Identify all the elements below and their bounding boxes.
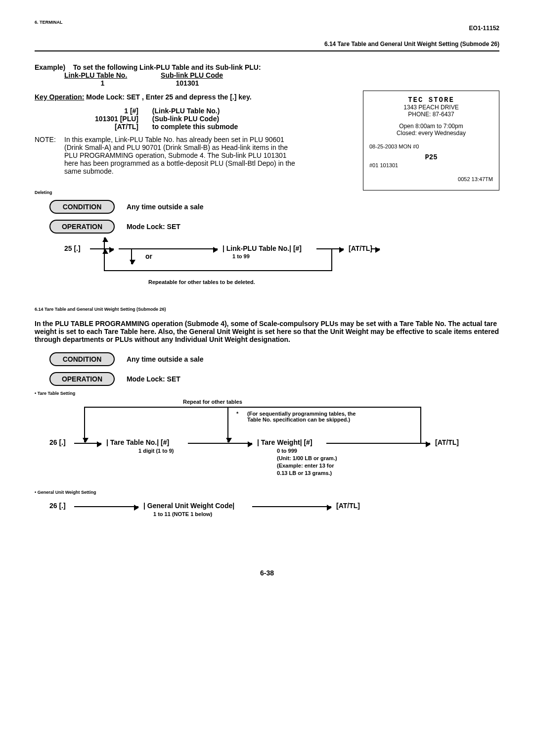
operation-pill-2: OPERATION (49, 372, 115, 386)
example-col2-val: 101301 (143, 79, 232, 87)
header-rule (35, 50, 499, 51)
guw-item: | General Unit Weight Code| (143, 502, 234, 510)
tare-wt-d2: (Unit: 1/00 LB or gram.) (277, 455, 337, 461)
note-label: NOTE: (35, 136, 64, 175)
condition-pill: CONDITION (49, 200, 115, 214)
tare-wt-d1: 0 to 999 (277, 448, 297, 454)
section-subheader: 6.14 Tare Table and General Unit Weight … (35, 41, 499, 47)
example-col2-hdr: Sub-link PLU Code (161, 71, 223, 79)
tare-skip-star: * (236, 411, 238, 417)
keyseq-3-right: to complete this submode (152, 123, 238, 131)
receipt-dateline: 08-25-2003 MON #0 (369, 143, 493, 149)
example-line1: Example) To set the following Link-PLU T… (35, 63, 312, 71)
tare-no-detail: 1 digit (1 to 9) (138, 448, 174, 454)
sec614-heading: 6.14 Tare Table and General Unit Weight … (35, 307, 499, 312)
receipt-addr: 1343 PEACH DRIVE (369, 104, 493, 111)
receipt-phone: PHONE: 87-6437 (369, 111, 493, 118)
guw-detail: 1 to 11 (NOTE 1 below) (153, 511, 212, 517)
deleting-title: Deleting (35, 190, 499, 195)
flow25-range: 1 to 99 (232, 253, 250, 259)
condition-pill-2: CONDITION (49, 352, 115, 366)
tare-subheading: • Tare Table Setting (35, 391, 499, 396)
flow25-prefix: 25 [.] (64, 244, 81, 252)
note-text: In this example, Link-PLU Table No. has … (64, 136, 302, 175)
tare-repeat-note: Repeat for other tables (183, 399, 242, 405)
sec614-para: In the PLU TABLE PROGRAMMING operation (… (35, 320, 499, 343)
guw-prefix: 26 [.] (49, 502, 66, 510)
tare-wt-d3: (Example: enter 13 for (277, 463, 334, 469)
receipt-item: #01 101301 (369, 162, 493, 168)
key-operation: Key Operation: Mode Lock: SET , Enter 25… (35, 93, 312, 101)
keyseq-3-left: [AT/TL] (84, 123, 138, 131)
operation-text-2: Mode Lock: SET (127, 375, 180, 383)
keyseq-1-right: (Link-PLU Table No.) (152, 107, 220, 115)
guw-end: [AT/TL] (336, 502, 360, 510)
receipt-store: TEC STORE (369, 96, 493, 104)
flow25-or: or (145, 252, 152, 260)
tare-end: [AT/TL] (435, 438, 459, 446)
chapter-marker: 6. TERMINAL (35, 20, 499, 25)
receipt-footer: 0052 13:47TM (369, 176, 493, 182)
tare-flow: Repeat for other tables * (For sequentia… (35, 396, 499, 490)
receipt-hours: Open 8:00am to 7:00pm (369, 123, 493, 130)
tare-no-item: | Tare Table No.| [#] (106, 438, 169, 446)
doc-code: EO1-11152 (35, 25, 499, 32)
receipt-preview: TEC STORE 1343 PEACH DRIVE PHONE: 87-643… (363, 91, 499, 190)
operation-pill: OPERATION (49, 220, 115, 234)
tare-wt-d4: 0.13 LB or 13 grams.) (277, 470, 332, 476)
condition-text: Any time outside a sale (127, 203, 204, 211)
guw-subheading: • General Unit Weight Setting (35, 490, 499, 495)
example-col1-hdr: Link-PLU Table No. (64, 71, 127, 79)
tare-skip-note: (For sequentially programming tables, th… (247, 411, 361, 423)
receipt-closed: Closed: every Wednesday (369, 130, 493, 137)
condition-text-2: Any time outside a sale (127, 355, 204, 363)
example-col1-val: 1 (64, 79, 141, 87)
flow25-item: | Link-PLU Table No.| [#] (222, 244, 302, 252)
keyseq-1-left: 1 [#] (84, 107, 138, 115)
tare-wt-item: | Tare Weight| [#] (257, 438, 312, 446)
keyseq-2-left: 101301 [PLU] (84, 115, 138, 123)
operation-text: Mode Lock: SET (127, 223, 180, 231)
flow25-end: [AT/TL] (349, 244, 372, 252)
keyseq-2-right: (Sub-link PLU Code) (152, 115, 219, 123)
guw-flow: 26 [.] | General Unit Weight Code| 1 to … (35, 495, 499, 529)
flow25-note: Repeatable for other tables to be delete… (148, 279, 255, 285)
page-number: 6-38 (35, 569, 499, 577)
receipt-mode: P25 (369, 153, 493, 161)
deleting-flow: 25 [.] | Link-PLU Table No.| [#] 1 to 99… (35, 237, 499, 292)
tare-prefix: 26 [.] (49, 438, 66, 446)
